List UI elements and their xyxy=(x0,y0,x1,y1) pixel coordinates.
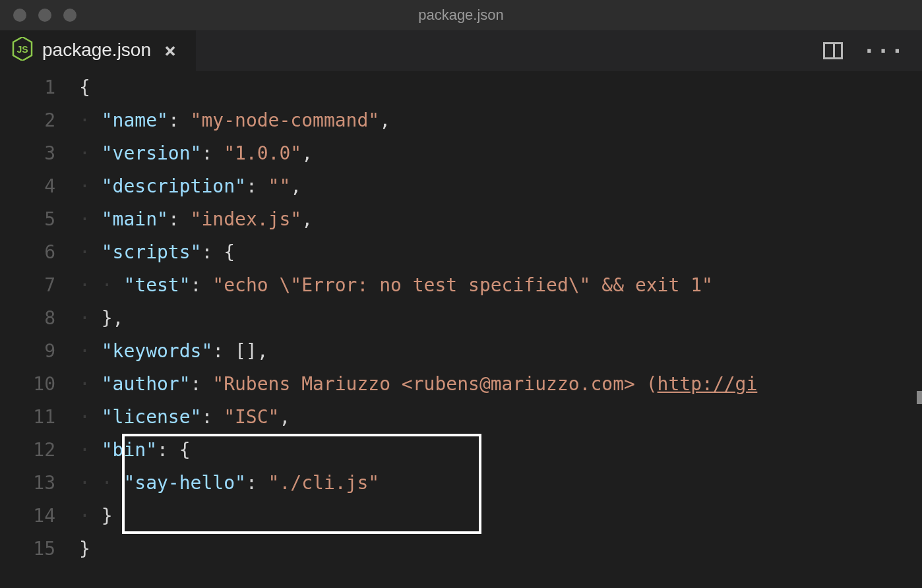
code-content[interactable]: {· "name": "my-node-command",· "version"… xyxy=(79,71,922,588)
line-number: 4 xyxy=(0,170,55,203)
line-number: 11 xyxy=(0,401,55,434)
code-line[interactable]: · "main": "index.js", xyxy=(79,203,922,236)
more-actions-icon[interactable]: ··· xyxy=(863,38,905,63)
line-number: 12 xyxy=(0,434,55,467)
window-title: package.json xyxy=(418,7,504,24)
code-editor[interactable]: 123456789101112131415 {· "name": "my-nod… xyxy=(0,71,922,588)
code-line[interactable]: } xyxy=(79,533,922,566)
code-line[interactable]: · "bin": { xyxy=(79,434,922,467)
split-editor-icon[interactable] xyxy=(823,42,843,59)
svg-text:JS: JS xyxy=(16,44,28,55)
tab-label: package.json xyxy=(42,40,151,61)
line-number: 10 xyxy=(0,368,55,401)
line-number: 14 xyxy=(0,500,55,533)
tab-package-json[interactable]: JS package.json × xyxy=(0,30,196,71)
code-line[interactable]: · "version": "1.0.0", xyxy=(79,137,922,170)
line-number: 3 xyxy=(0,137,55,170)
line-number: 8 xyxy=(0,302,55,335)
code-line[interactable]: · · "test": "echo \"Error: no test speci… xyxy=(79,269,922,302)
line-number: 6 xyxy=(0,236,55,269)
close-window-button[interactable] xyxy=(13,9,26,22)
line-number: 13 xyxy=(0,467,55,500)
line-number: 5 xyxy=(0,203,55,236)
window-titlebar: package.json xyxy=(0,0,922,30)
code-line[interactable]: · "scripts": { xyxy=(79,236,922,269)
code-line[interactable]: · · "say-hello": "./cli.js" xyxy=(79,467,922,500)
code-line[interactable]: · }, xyxy=(79,302,922,335)
line-number: 9 xyxy=(0,335,55,368)
code-line[interactable]: { xyxy=(79,71,922,104)
close-tab-button[interactable]: × xyxy=(160,39,180,62)
code-line[interactable]: · } xyxy=(79,500,922,533)
editor-actions: ··· xyxy=(823,30,922,71)
line-number: 1 xyxy=(0,71,55,104)
nodejs-icon: JS xyxy=(12,37,33,63)
line-number: 2 xyxy=(0,104,55,137)
code-line[interactable]: · "description": "", xyxy=(79,170,922,203)
code-line[interactable]: · "keywords": [], xyxy=(79,335,922,368)
tab-bar: JS package.json × ··· xyxy=(0,30,922,71)
code-line[interactable]: · "license": "ISC", xyxy=(79,401,922,434)
line-number: 7 xyxy=(0,269,55,302)
maximize-window-button[interactable] xyxy=(63,9,77,22)
line-number: 15 xyxy=(0,533,55,566)
minimize-window-button[interactable] xyxy=(38,9,51,22)
line-number-gutter: 123456789101112131415 xyxy=(0,71,79,588)
code-line[interactable]: · "name": "my-node-command", xyxy=(79,104,922,137)
window-controls xyxy=(0,9,77,22)
overview-ruler-marker xyxy=(917,391,922,404)
code-line[interactable]: · "author": "Rubens Mariuzzo <rubens@mar… xyxy=(79,368,922,401)
